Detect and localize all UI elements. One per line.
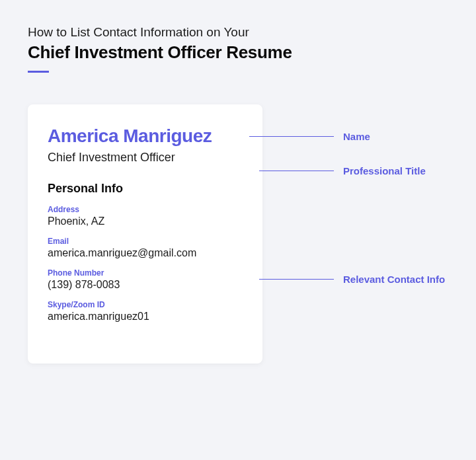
phone-value: (139) 878-0083	[48, 279, 243, 291]
annotation-line-icon	[259, 279, 334, 280]
header-title: Chief Investment Officer Resume	[28, 42, 448, 63]
applicant-title: Chief Investment Officer	[48, 151, 243, 165]
page-container: How to List Contact Information on Your …	[0, 0, 476, 389]
phone-label: Phone Number	[48, 268, 243, 278]
email-field: Email america.manriguez@gmail.com	[48, 237, 243, 259]
email-label: Email	[48, 237, 243, 246]
header-subtitle: How to List Contact Information on Your	[28, 25, 448, 40]
personal-info-heading: Personal Info	[48, 182, 243, 196]
phone-field: Phone Number (139) 878-0083	[48, 268, 243, 291]
address-label: Address	[48, 205, 243, 214]
address-value: Phoenix, AZ	[48, 215, 243, 227]
skype-value: america.manriguez01	[48, 311, 243, 323]
annotation-line-icon	[259, 171, 334, 171]
annotations-area: Name Professional Title Relevant Contact…	[262, 104, 448, 364]
annotation-contact: Relevant Contact Info	[259, 274, 445, 285]
resume-card: America Manriguez Chief Investment Offic…	[28, 104, 262, 364]
content-area: America Manriguez Chief Investment Offic…	[28, 104, 448, 364]
address-field: Address Phoenix, AZ	[48, 205, 243, 227]
annotation-title-label: Professional Title	[343, 165, 426, 176]
annotation-contact-label: Relevant Contact Info	[343, 274, 445, 285]
skype-field: Skype/Zoom ID america.manriguez01	[48, 300, 243, 323]
applicant-name: America Manriguez	[48, 126, 243, 147]
header-underline	[28, 71, 49, 73]
annotation-line-icon	[249, 136, 334, 137]
annotation-name: Name	[249, 131, 370, 142]
email-value: america.manriguez@gmail.com	[48, 247, 243, 259]
skype-label: Skype/Zoom ID	[48, 300, 243, 309]
annotation-name-label: Name	[343, 131, 370, 142]
annotation-title: Professional Title	[259, 165, 426, 176]
